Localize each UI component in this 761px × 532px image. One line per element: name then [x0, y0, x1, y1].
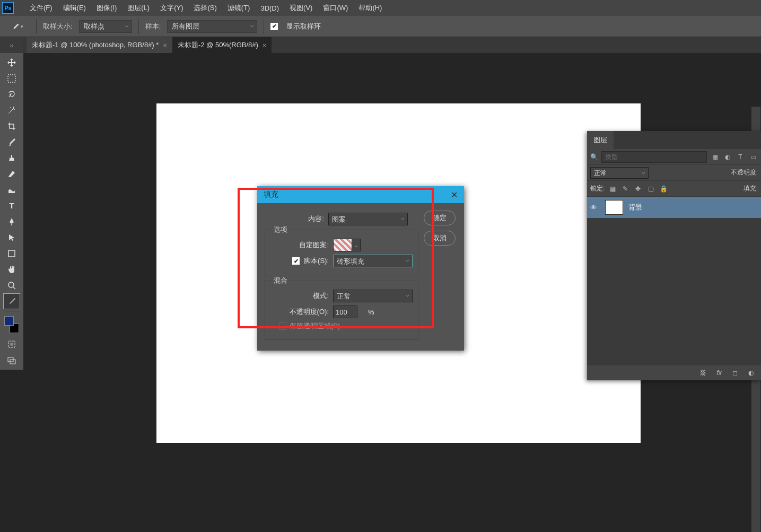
- lasso-tool[interactable]: [3, 86, 20, 102]
- svg-point-5: [10, 343, 13, 346]
- menu-help[interactable]: 帮助(H): [353, 3, 387, 13]
- shape-tool[interactable]: [3, 246, 20, 261]
- svg-point-3: [8, 282, 14, 287]
- opacity-label: 不透明度(O):: [269, 307, 333, 317]
- filter-adjust-icon[interactable]: ◐: [723, 152, 732, 162]
- tab-strip-handle[interactable]: ››: [0, 37, 23, 53]
- layer-opacity-label: 不透明度:: [731, 168, 758, 177]
- zoom-tool[interactable]: [3, 277, 20, 293]
- content-label: 内容:: [265, 214, 328, 224]
- magic-wand-tool[interactable]: [3, 102, 20, 118]
- pattern-dropdown-icon[interactable]: ⌵: [352, 239, 361, 251]
- layer-list: 👁 背景: [587, 197, 761, 365]
- options-bar: ▾ 取样大小: 取样点 样本: 所有图层 ✔ 显示取样环: [0, 16, 761, 37]
- svg-rect-2: [8, 250, 15, 257]
- close-icon[interactable]: ✕: [451, 190, 458, 200]
- menu-type[interactable]: 文字(Y): [155, 3, 188, 13]
- menu-edit[interactable]: 编辑(E): [58, 3, 91, 13]
- mode-select[interactable]: 正常: [333, 290, 413, 302]
- hand-tool[interactable]: [3, 261, 20, 277]
- lock-all-icon[interactable]: 🔒: [659, 184, 668, 194]
- options-legend: 选项: [272, 225, 290, 234]
- show-ring-label: 显示取样环: [286, 22, 321, 31]
- menu-select[interactable]: 选择(S): [188, 3, 222, 13]
- type-tool[interactable]: T: [3, 198, 20, 214]
- menu-file[interactable]: 文件(F): [24, 3, 58, 13]
- lock-position-icon[interactable]: ✥: [633, 184, 643, 194]
- gradient-tool[interactable]: [3, 182, 20, 198]
- visibility-icon[interactable]: 👁: [590, 204, 600, 212]
- lock-image-icon[interactable]: ✎: [620, 184, 630, 194]
- fill-dialog: 填充 ✕ 确定 取消 内容: 图案 选项 自定图案: ⌵ ✔ 脚本(S): [257, 186, 464, 351]
- opacity-input[interactable]: [333, 306, 357, 318]
- pen-tool[interactable]: [3, 214, 20, 230]
- layer-thumbnail[interactable]: [605, 200, 623, 215]
- lock-label: 锁定:: [590, 184, 605, 193]
- tab-strip: 未标题-1 @ 100% (photoshop, RGB/8#) * × 未标题…: [0, 37, 761, 53]
- document-tab-title: 未标题-2 @ 50%(RGB/8#): [178, 40, 258, 50]
- menu-layer[interactable]: 图层(L): [122, 3, 155, 13]
- eraser-tool[interactable]: [3, 166, 20, 182]
- path-selection-tool[interactable]: [3, 230, 20, 246]
- brush-tool[interactable]: [3, 134, 20, 150]
- eyedropper-tool[interactable]: [3, 293, 20, 309]
- menu-view[interactable]: 视图(V): [284, 3, 318, 13]
- current-tool-indicator[interactable]: ▾: [3, 18, 30, 35]
- blend-mode-select[interactable]: 正常: [590, 167, 649, 179]
- layers-panel: 图层 🔍 ▦ ◐ T ▭ 正常 不透明度: 锁定: ▦ ✎ ✥ ▢ 🔒 填充: …: [587, 131, 761, 380]
- filter-shape-icon[interactable]: ▭: [748, 152, 758, 162]
- menu-bar: Ps 文件(F) 编辑(E) 图像(I) 图层(L) 文字(Y) 选择(S) 滤…: [0, 0, 761, 16]
- close-icon[interactable]: ×: [163, 41, 167, 49]
- layer-mask-icon[interactable]: ◻: [730, 368, 740, 378]
- filter-type-icon[interactable]: T: [736, 152, 745, 162]
- sample-select[interactable]: 所有图层: [167, 20, 257, 33]
- svg-text:T: T: [9, 201, 14, 210]
- lock-transparent-icon[interactable]: ▦: [608, 184, 617, 194]
- eyedropper-icon: [10, 21, 22, 32]
- menu-3d[interactable]: 3D(D): [255, 4, 284, 12]
- sample-label: 样本:: [145, 22, 161, 31]
- document-tab-2[interactable]: 未标题-2 @ 50%(RGB/8#) ×: [172, 37, 272, 53]
- blend-legend: 混合: [272, 276, 290, 285]
- ok-button[interactable]: 确定: [424, 211, 456, 225]
- content-select[interactable]: 图案: [328, 213, 408, 225]
- toolbox: T: [0, 53, 23, 370]
- show-ring-checkbox[interactable]: ✔: [270, 23, 278, 30]
- fill-opacity-label: 填充:: [743, 184, 758, 193]
- menu-filter[interactable]: 滤镜(T): [222, 3, 256, 13]
- foreground-color-swatch[interactable]: [4, 316, 14, 326]
- move-tool[interactable]: [3, 55, 20, 71]
- layers-tab[interactable]: 图层: [587, 131, 614, 149]
- sample-size-select[interactable]: 取样点: [79, 20, 132, 33]
- script-select[interactable]: 砖形填充: [333, 255, 413, 267]
- menu-window[interactable]: 窗口(W): [318, 3, 353, 13]
- mode-label: 模式:: [269, 291, 333, 301]
- marquee-tool[interactable]: [3, 71, 20, 86]
- opacity-unit: %: [368, 308, 374, 316]
- pattern-swatch[interactable]: [333, 239, 352, 251]
- script-checkbox[interactable]: ✔: [292, 257, 300, 265]
- document-tab-title: 未标题-1 @ 100% (photoshop, RGB/8#) *: [32, 40, 159, 50]
- screen-mode-tool[interactable]: [3, 352, 20, 368]
- layer-item[interactable]: 👁 背景: [587, 197, 761, 218]
- filter-image-icon[interactable]: ▦: [710, 152, 720, 162]
- layer-filter-input[interactable]: [601, 151, 707, 163]
- close-icon[interactable]: ×: [263, 41, 267, 49]
- link-layers-icon[interactable]: ⛓: [698, 368, 708, 378]
- crop-tool[interactable]: [3, 118, 20, 134]
- foreground-background-swatch[interactable]: [3, 315, 20, 334]
- cancel-button[interactable]: 取消: [424, 231, 456, 246]
- app-logo: Ps: [2, 2, 14, 14]
- clone-stamp-tool[interactable]: [3, 150, 20, 166]
- layer-name: 背景: [628, 203, 642, 212]
- menu-image[interactable]: 图像(I): [91, 3, 122, 13]
- dialog-titlebar[interactable]: 填充 ✕: [257, 186, 464, 203]
- quick-mask-tool[interactable]: [3, 336, 20, 352]
- preserve-transparency-label: 保留透明区域(P): [290, 321, 340, 331]
- lock-artboard-icon[interactable]: ▢: [646, 184, 655, 194]
- layer-fx-icon[interactable]: fx: [714, 368, 724, 378]
- svg-rect-0: [8, 75, 15, 82]
- document-tab-1[interactable]: 未标题-1 @ 100% (photoshop, RGB/8#) * ×: [27, 37, 172, 53]
- adjustment-layer-icon[interactable]: ◐: [746, 368, 756, 378]
- dialog-title-text: 填充: [264, 190, 278, 199]
